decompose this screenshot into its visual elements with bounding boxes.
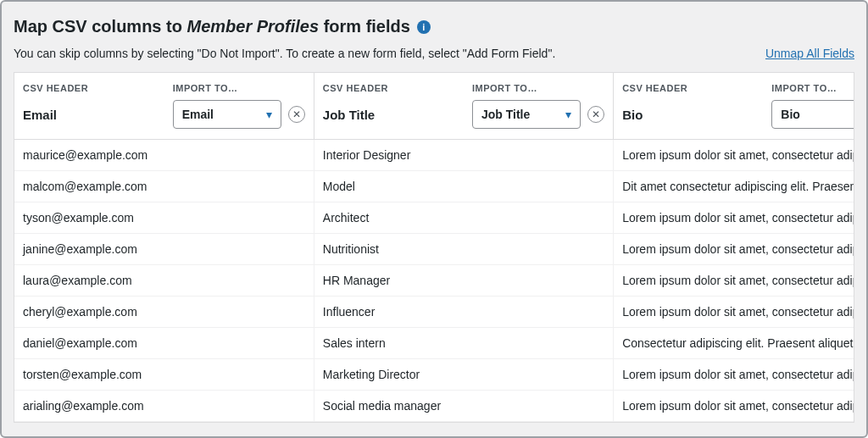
mapping-table-scroll[interactable]: CSV HEADERIMPORT TO…CSV HEADERIMPORT TO……: [14, 72, 854, 423]
cell-value: HR Manager: [314, 265, 613, 297]
table-row: daniel@example.comSales internConsectetu…: [14, 328, 854, 359]
title-suffix: form fields: [319, 17, 410, 36]
table-row: laura@example.comHR ManagerLorem ipsum d…: [14, 265, 854, 297]
csv-column-name: Job Title: [323, 108, 455, 122]
cell-value: laura@example.com: [14, 265, 314, 297]
import-to-selected-value: Email: [182, 108, 214, 121]
cell-value: cheryl@example.com: [14, 297, 314, 328]
table-row: cheryl@example.comInfluencerLorem ipsum …: [14, 297, 854, 328]
cell-value: Nutritionist: [314, 234, 613, 265]
cell-value: Dit amet consectetur adipiscing elit. Pr…: [614, 171, 854, 202]
title-prefix: Map CSV columns to: [14, 17, 186, 36]
chevron-down-icon: ▾: [565, 108, 571, 121]
csv-header-label: CSV HEADER: [314, 73, 464, 97]
table-row: janine@example.comNutritionistLorem ipsu…: [14, 234, 854, 265]
cell-value: maurice@example.com: [14, 140, 314, 171]
cell-value: Lorem ipsum dolor sit amet, consectetur …: [614, 391, 854, 422]
csv-header-label: CSV HEADER: [14, 73, 164, 97]
import-to-selected-value: Job Title: [481, 108, 530, 121]
table-row: torsten@example.comMarketing DirectorLor…: [14, 359, 854, 391]
mapping-table: CSV HEADERIMPORT TO…CSV HEADERIMPORT TO……: [14, 73, 854, 422]
cell-value: Lorem ipsum dolor sit amet, consectetur …: [614, 297, 854, 328]
cell-value: Lorem ipsum dolor sit amet, consectetur …: [614, 359, 854, 391]
cell-value: Social media manager: [314, 391, 613, 422]
cell-value: Interior Designer: [314, 140, 613, 171]
import-to-select[interactable]: Job Title▾: [472, 100, 581, 129]
title-form-name: Member Profiles: [186, 17, 319, 36]
cell-value: arialing@example.com: [14, 391, 314, 422]
cell-value: Lorem ipsum dolor sit amet, consectetur …: [614, 265, 854, 297]
import-to-selected-value: Bio: [781, 108, 800, 121]
csv-column-name: Email: [23, 108, 156, 122]
cell-value: Influencer: [314, 297, 613, 328]
import-to-label: IMPORT TO…: [164, 73, 314, 97]
csv-mapping-panel: Map CSV columns to Member Profiles form …: [0, 0, 868, 438]
cell-value: Lorem ipsum dolor sit amet, consectetur …: [614, 234, 854, 265]
import-to-select[interactable]: Email▾: [173, 100, 281, 129]
cell-value: tyson@example.com: [14, 202, 314, 234]
import-to-label: IMPORT TO…: [464, 73, 614, 97]
cell-value: Architect: [314, 202, 613, 234]
csv-header-label: CSV HEADER: [614, 73, 764, 97]
import-to-select[interactable]: Bio▾: [771, 100, 854, 129]
cell-value: janine@example.com: [14, 234, 314, 265]
table-row: malcom@example.comModelDit amet consecte…: [14, 171, 854, 202]
info-icon[interactable]: i: [417, 20, 431, 34]
cell-value: Consectetur adipiscing elit. Praesent al…: [614, 328, 854, 359]
unmap-all-link[interactable]: Unmap All Fields: [765, 47, 854, 60]
cell-value: Lorem ipsum dolor sit amet, consectetur …: [614, 140, 854, 171]
cell-value: Model: [314, 171, 613, 202]
cell-value: Marketing Director: [314, 359, 613, 391]
clear-mapping-button[interactable]: ✕: [587, 106, 604, 123]
panel-subtitle: You can skip columns by selecting "Do No…: [14, 47, 555, 60]
cell-value: daniel@example.com: [14, 328, 314, 359]
table-row: maurice@example.comInterior DesignerLore…: [14, 140, 854, 171]
chevron-down-icon: ▾: [266, 108, 272, 121]
cell-value: Sales intern: [314, 328, 613, 359]
cell-value: Lorem ipsum dolor sit amet, consectetur …: [614, 202, 854, 234]
table-row: tyson@example.comArchitectLorem ipsum do…: [14, 202, 854, 234]
panel-title: Map CSV columns to Member Profiles form …: [14, 17, 854, 36]
csv-column-name: Bio: [622, 108, 754, 122]
table-row: arialing@example.comSocial media manager…: [14, 391, 854, 422]
import-to-label: IMPORT TO…: [763, 73, 854, 97]
cell-value: torsten@example.com: [14, 359, 314, 391]
clear-mapping-button[interactable]: ✕: [288, 106, 305, 123]
cell-value: malcom@example.com: [14, 171, 314, 202]
